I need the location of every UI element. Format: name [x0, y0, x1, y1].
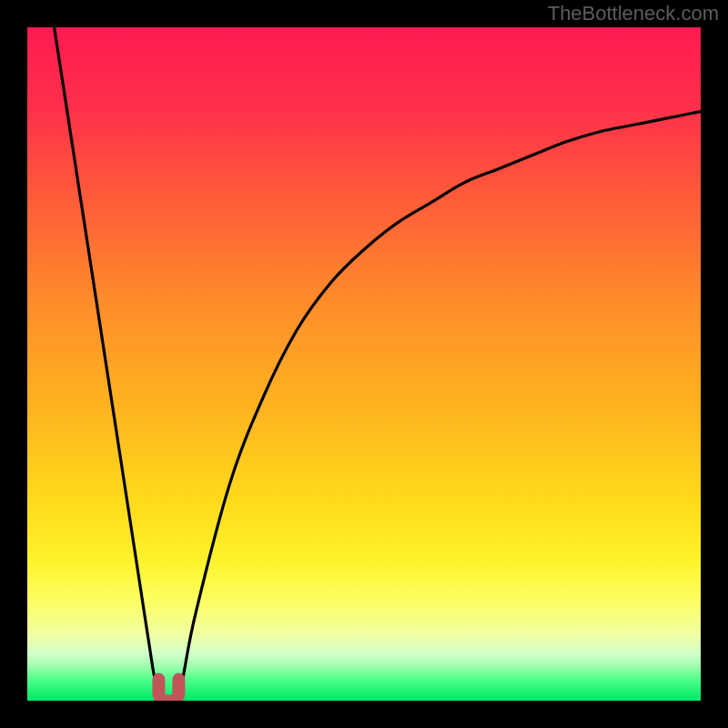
curve-left-branch	[55, 27, 162, 694]
curve-layer	[27, 27, 701, 701]
watermark-text: TheBottleneck.com	[548, 2, 719, 25]
chart-frame: TheBottleneck.com	[0, 0, 728, 728]
plot-area	[27, 27, 701, 701]
min-marker-icon	[158, 680, 178, 701]
curve-right-branch	[176, 112, 701, 694]
